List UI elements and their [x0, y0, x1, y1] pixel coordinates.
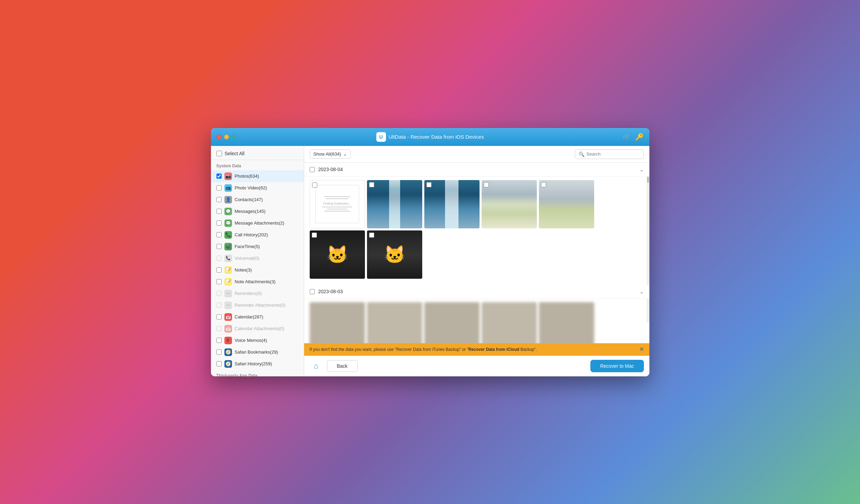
date-header-2023-08-04[interactable]: 2023-08-04 ⌄ — [304, 163, 649, 177]
sidebar-item-voice-memos[interactable]: 🎙 Voice Memos(4) — [211, 335, 304, 346]
reminder-attachments-checkbox — [216, 303, 222, 308]
photo-thumb[interactable] — [367, 230, 422, 279]
notes-checkbox[interactable] — [216, 267, 222, 273]
photo-checkbox[interactable] — [312, 233, 317, 238]
photo-checkbox[interactable] — [426, 182, 432, 187]
key-icon-button[interactable]: 🔑 — [635, 133, 644, 141]
sidebar-header[interactable]: Select All — [211, 146, 304, 160]
message-attachments-checkbox[interactable] — [216, 220, 222, 226]
sidebar-item-calendar-attachments: 📅 Calendar Attachments(0) — [211, 323, 304, 335]
sidebar-item-notes[interactable]: 📝 Notes(3) — [211, 264, 304, 276]
main-content: Select All System Data 📷 Photos(634) 📺 P… — [211, 146, 649, 376]
doc-preview: Finding Duplicates... — [315, 185, 359, 223]
sidebar-item-photos[interactable]: 📷 Photos(634) — [211, 170, 304, 182]
messages-checkbox[interactable] — [216, 209, 222, 214]
sidebar-item-calendar[interactable]: 📅 Calendar(287) — [211, 311, 304, 323]
photo-thumb[interactable] — [367, 302, 422, 343]
cart-icon-button[interactable]: 🛒 — [622, 133, 631, 141]
photo-thumb[interactable] — [310, 302, 365, 343]
photo-video-checkbox[interactable] — [216, 185, 222, 190]
sidebar-item-safari-bookmarks[interactable]: 🧭 Safari Bookmarks(29) — [211, 346, 304, 358]
calendar-label: Calendar(287) — [235, 314, 298, 319]
reminders-checkbox — [216, 291, 222, 296]
photo-video-icon: 📺 — [224, 184, 232, 192]
sidebar-item-contacts[interactable]: 👤 Contacts(147) — [211, 194, 304, 206]
photo-checkbox[interactable] — [369, 233, 374, 238]
photo-checkbox[interactable] — [312, 182, 317, 188]
contacts-checkbox[interactable] — [216, 197, 222, 202]
notification-banner: If you don't find the data you want, ple… — [304, 343, 649, 356]
facetime-checkbox[interactable] — [216, 244, 222, 249]
note-attachments-checkbox[interactable] — [216, 279, 222, 284]
photo-thumb[interactable] — [424, 180, 480, 228]
sidebar-item-photo-video[interactable]: 📺 Photo Video(62) — [211, 182, 304, 194]
messages-icon: 💬 — [224, 208, 232, 215]
photo-thumb[interactable]: Finding Duplicates... — [310, 180, 365, 228]
maximize-button[interactable] — [232, 135, 236, 139]
photo-thumb[interactable] — [539, 302, 594, 343]
voice-memos-checkbox[interactable] — [216, 338, 222, 343]
facetime-icon: 📹 — [224, 243, 232, 250]
photo-video-label: Photo Video(62) — [235, 185, 298, 190]
date-label-2023-08-04: 2023-08-04 — [318, 167, 639, 172]
back-button[interactable]: Back — [327, 360, 358, 372]
chevron-down-icon[interactable]: ⌄ — [639, 166, 644, 173]
calendar-checkbox[interactable] — [216, 314, 222, 319]
sidebar-item-note-attachments[interactable]: 📝 Note Attachments(3) — [211, 276, 304, 288]
traffic-lights — [216, 135, 236, 139]
photo-checkbox[interactable] — [369, 182, 374, 187]
reminders-label: Reminders(0) — [235, 291, 298, 296]
photos-label: Photos(634) — [235, 174, 298, 179]
content-area: Show All(634) ⌄ 🔍 2023-08-04 ⌄ — [304, 146, 649, 376]
sidebar-item-message-attachments[interactable]: 💬 Message Attachments(2) — [211, 217, 304, 229]
photos-checkbox[interactable] — [216, 174, 222, 179]
sidebar-item-call-history[interactable]: 📞 Call History(202) — [211, 229, 304, 241]
notification-link[interactable]: Recover Data from iCloud — [468, 347, 519, 352]
safari-bookmarks-checkbox[interactable] — [216, 349, 222, 355]
bottom-bar: ⌂ Back Recover to Mac — [304, 356, 649, 376]
calendar-attachments-checkbox — [216, 326, 222, 331]
chevron-down-icon-2[interactable]: ⌄ — [639, 288, 644, 295]
date-label-2023-08-03: 2023-08-03 — [318, 289, 639, 294]
search-icon: 🔍 — [579, 151, 584, 157]
notification-close-button[interactable]: ✕ — [639, 347, 644, 352]
close-button[interactable] — [216, 135, 221, 139]
message-attachments-label: Message Attachments(2) — [235, 220, 298, 226]
filter-label: Show All(634) — [313, 151, 341, 157]
photo-thumb[interactable] — [424, 302, 480, 343]
calendar-attachments-label: Calendar Attachments(0) — [235, 326, 298, 331]
app-name-label: UltData - Recover Data from iOS Devices — [389, 134, 484, 140]
minimize-button[interactable] — [224, 135, 229, 139]
home-button[interactable]: ⌂ — [310, 359, 323, 373]
title-bar-actions: 🛒 🔑 — [622, 133, 644, 141]
voicemail-checkbox — [216, 256, 222, 261]
sidebar-item-reminder-attachments: ⋯ Reminder Attachments(0) — [211, 299, 304, 311]
sidebar-item-safari-history[interactable]: 🧭 Safari History(259) — [211, 358, 304, 370]
photo-thumb[interactable] — [310, 230, 365, 279]
sidebar-item-messages[interactable]: 💬 Messages(145) — [211, 206, 304, 217]
safari-history-checkbox[interactable] — [216, 361, 222, 366]
reminder-attachments-icon: ⋯ — [224, 302, 232, 309]
note-attachments-label: Note Attachments(3) — [235, 279, 298, 284]
call-history-checkbox[interactable] — [216, 232, 222, 237]
photo-checkbox[interactable] — [484, 182, 489, 187]
photo-checkbox[interactable] — [541, 182, 546, 187]
photo-thumb[interactable] — [539, 180, 594, 228]
voicemail-icon: 📞 — [224, 255, 232, 262]
date-group-checkbox-2023-08-03[interactable] — [310, 289, 315, 294]
date-group-checkbox-2023-08-04[interactable] — [310, 167, 315, 172]
search-box[interactable]: 🔍 — [575, 149, 644, 159]
date-group-2023-08-04: 2023-08-04 ⌄ Finding Duplicates... — [304, 163, 649, 282]
select-all-label: Select All — [225, 151, 245, 156]
photo-thumb[interactable] — [482, 180, 537, 228]
photo-thumb[interactable] — [482, 302, 537, 343]
filter-dropdown[interactable]: Show All(634) ⌄ — [310, 149, 351, 159]
date-header-2023-08-03[interactable]: 2023-08-03 ⌄ — [304, 285, 649, 299]
sidebar-item-facetime[interactable]: 📹 FaceTime(5) — [211, 241, 304, 253]
photo-thumb[interactable] — [367, 180, 422, 228]
select-all-checkbox[interactable] — [216, 151, 222, 156]
search-input[interactable] — [587, 151, 640, 157]
safari-bookmarks-icon: 🧭 — [224, 348, 232, 356]
recover-to-mac-button[interactable]: Recover to Mac — [590, 360, 644, 372]
notes-icon: 📝 — [224, 266, 232, 274]
